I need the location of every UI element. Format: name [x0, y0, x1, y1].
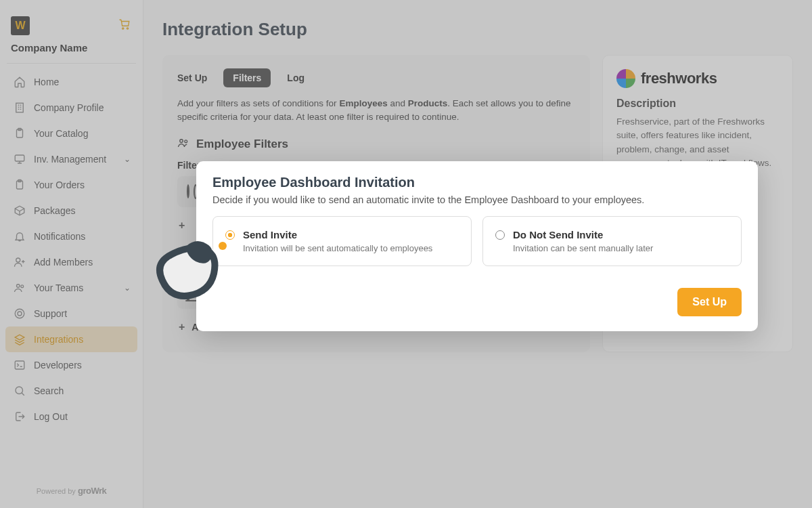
option-desc: Invitation will be sent automatically to… — [243, 243, 432, 253]
option-desc: Invitation can be sent manually later — [513, 243, 653, 253]
option-title: Send Invite — [243, 229, 432, 240]
modal-subtitle: Decide if you would like to send an auto… — [212, 194, 742, 205]
svg-point-17 — [219, 242, 227, 250]
modal-title: Employee Dashboard Invitation — [212, 175, 742, 190]
modal-options: Send Invite Invitation will be sent auto… — [212, 216, 742, 266]
invitation-modal: Employee Dashboard Invitation Decide if … — [196, 161, 758, 331]
set-up-button[interactable]: Set Up — [677, 288, 742, 316]
modal-actions: Set Up — [212, 288, 742, 316]
option-do-not-send-invite[interactable]: Do Not Send Invite Invitation can be sen… — [482, 216, 742, 266]
cursor-hand-icon — [147, 234, 228, 307]
option-send-invite[interactable]: Send Invite Invitation will be sent auto… — [212, 216, 472, 266]
option-title: Do Not Send Invite — [513, 229, 653, 240]
radio-icon — [495, 230, 505, 240]
